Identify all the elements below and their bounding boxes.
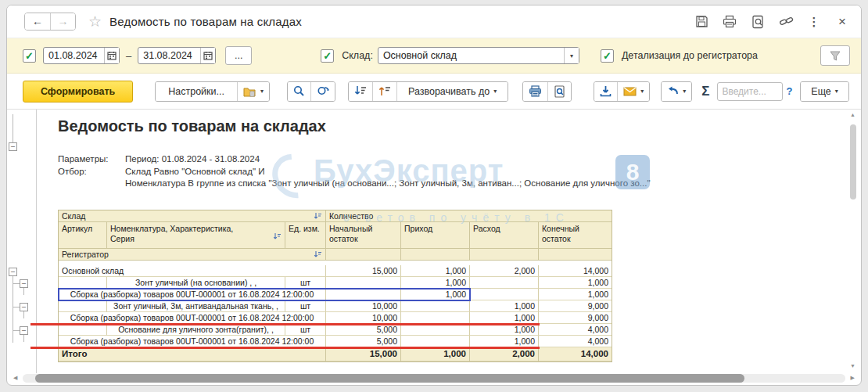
calendar-icon[interactable] xyxy=(200,48,215,63)
end-balance-cell[interactable]: 14,000 xyxy=(539,265,612,277)
start-balance-cell[interactable]: 5,000 xyxy=(326,324,401,336)
table-row[interactable]: Зонт уличный, 3м, антивандальная ткань, … xyxy=(59,300,612,312)
warehouse-combo[interactable]: Основной склад ▾ xyxy=(378,47,579,64)
period-checkbox[interactable]: ✓ xyxy=(23,49,36,63)
scroll-left-icon[interactable]: ◀ xyxy=(13,375,17,381)
nomenclature-cell[interactable]: Основание для уличного зонта(гранит), , xyxy=(107,324,285,336)
income-header-cell[interactable]: Приход xyxy=(401,222,470,249)
detail-checkbox[interactable]: ✓ xyxy=(601,49,614,63)
scroll-up-icon[interactable]: ▲ xyxy=(850,112,855,117)
print-icon[interactable] xyxy=(523,82,547,101)
end-balance-cell[interactable]: 9,000 xyxy=(539,300,612,312)
vertical-scrollbar[interactable]: ▲ ▼ xyxy=(848,112,859,369)
nomenclature-cell[interactable]: Зонт уличный, 3м, антивандальная ткань, … xyxy=(107,300,285,312)
label-cell[interactable]: Сборка (разборка) товаров 00UT-000001 от… xyxy=(59,336,326,347)
expense-cell[interactable] xyxy=(470,277,539,289)
favorites-star-icon[interactable]: ☆ xyxy=(88,13,102,31)
table-row[interactable]: Зонт уличный (на основании) , ,шт1,0001,… xyxy=(59,277,612,289)
start-balance-cell[interactable]: 15,000 xyxy=(326,265,401,277)
end-balance-cell[interactable]: 1,000 xyxy=(539,289,612,300)
horizontal-scroll-thumb[interactable] xyxy=(35,374,744,383)
print-icon[interactable] xyxy=(722,14,737,30)
table-row[interactable]: Основной склад15,0001,0002,00014,000 xyxy=(59,265,612,277)
expense-cell[interactable]: 1,000 xyxy=(470,312,539,324)
income-cell[interactable]: 1,000 xyxy=(401,289,470,300)
start-balance-cell[interactable]: 10,000 xyxy=(326,312,401,324)
horizontal-scroll-track[interactable] xyxy=(23,374,845,383)
end-balance-cell[interactable]: 4,000 xyxy=(539,324,612,336)
sort-icon[interactable] xyxy=(273,232,282,240)
warehouse-value[interactable]: Основной склад xyxy=(378,50,564,61)
back-button[interactable]: ← xyxy=(25,13,50,30)
label-cell[interactable]: Основной склад xyxy=(59,265,326,277)
expense-cell[interactable]: 2,000 xyxy=(470,265,539,277)
income-cell[interactable]: 1,000 xyxy=(401,265,470,277)
date-to-field[interactable]: 31.08.2024 xyxy=(138,47,216,64)
period-more-button[interactable]: ... xyxy=(225,46,252,65)
filter-funnel-button[interactable] xyxy=(820,45,850,66)
download-icon[interactable] xyxy=(594,82,617,101)
expense-cell[interactable]: 2,000 xyxy=(470,347,539,361)
settings-button[interactable]: Настройки... xyxy=(156,82,237,101)
date-from-value[interactable]: 01.08.2024 xyxy=(44,50,104,61)
income-cell[interactable] xyxy=(401,324,470,336)
unit-header-cell[interactable]: Ед. изм. xyxy=(285,222,326,249)
expand-to-button[interactable]: Разворачивать до▾ xyxy=(396,82,508,101)
start-balance-cell[interactable]: 15,000 xyxy=(326,347,401,361)
nomenclature-header-cell[interactable]: Номенклатура, Характеристика, Серия xyxy=(107,222,285,249)
income-cell[interactable]: 1,000 xyxy=(401,347,470,361)
expense-cell[interactable]: 1,000 xyxy=(470,336,539,347)
label-cell[interactable]: Сборка (разборка) товаров 00UT-000001 от… xyxy=(59,289,326,300)
article-cell[interactable] xyxy=(59,277,107,289)
sum-icon[interactable]: Σ xyxy=(701,84,709,99)
table-row[interactable]: Итого15,0001,0002,00014,000 xyxy=(59,347,612,361)
article-cell[interactable] xyxy=(59,324,107,336)
warehouse-checkbox[interactable]: ✓ xyxy=(321,49,334,63)
end-balance-cell[interactable]: 1,000 xyxy=(539,277,612,289)
income-cell[interactable]: 1,000 xyxy=(401,277,470,289)
start-balance-cell[interactable]: 5,000 xyxy=(326,336,401,347)
income-cell[interactable] xyxy=(401,300,470,312)
date-from-field[interactable]: 01.08.2024 xyxy=(43,47,120,64)
end-balance-cell[interactable]: 9,000 xyxy=(539,312,612,324)
table-row[interactable]: Сборка (разборка) товаров 00UT-000001 от… xyxy=(59,336,612,347)
collapse-item-group-icon[interactable]: – xyxy=(20,303,28,311)
scroll-right-icon[interactable]: ▶ xyxy=(851,375,855,381)
report-variants-button[interactable]: ▾ xyxy=(237,82,269,101)
warehouse-header-cell[interactable]: Склад xyxy=(59,210,326,222)
expense-cell[interactable]: 1,000 xyxy=(470,324,539,336)
label-cell[interactable]: Сборка (разборка) товаров 00UT-000001 от… xyxy=(59,312,326,324)
unit-cell[interactable]: шт xyxy=(285,300,326,312)
start-balance-cell[interactable]: 10,000 xyxy=(326,300,401,312)
table-row[interactable]: Сборка (разборка) товаров 00UT-000001 от… xyxy=(59,312,612,324)
quick-search-input[interactable] xyxy=(717,82,783,101)
registrar-header-cell[interactable]: Регистратор xyxy=(59,249,326,261)
income-cell[interactable] xyxy=(401,336,470,347)
scroll-down-icon[interactable]: ▼ xyxy=(850,363,855,369)
sort-icon[interactable] xyxy=(314,212,322,220)
collapse-item-group-icon[interactable]: – xyxy=(20,326,28,335)
expense-cell[interactable] xyxy=(470,289,539,300)
quantity-header-cell[interactable]: Количество xyxy=(326,210,612,222)
search-next-icon[interactable] xyxy=(310,82,335,101)
collapse-item-group-icon[interactable]: – xyxy=(20,279,28,288)
label-cell[interactable]: Итого xyxy=(59,347,326,361)
article-cell[interactable] xyxy=(59,300,107,312)
collapse-groups-icon[interactable] xyxy=(349,82,372,101)
search-icon[interactable] xyxy=(288,82,310,101)
more-menu-icon[interactable]: ⋮ xyxy=(806,14,822,30)
article-header-cell[interactable]: Артикул xyxy=(59,222,107,249)
forward-button[interactable]: → xyxy=(50,13,75,30)
preview-icon[interactable] xyxy=(750,14,766,30)
start-balance-cell[interactable] xyxy=(326,277,401,289)
horizontal-scrollbar[interactable]: ◀ ▶ xyxy=(12,373,856,384)
start-balance-cell[interactable] xyxy=(326,289,401,300)
expand-groups-icon[interactable] xyxy=(372,82,396,101)
calendar-icon[interactable] xyxy=(104,48,119,63)
generate-button[interactable]: Сформировать xyxy=(23,81,133,102)
chevron-down-icon[interactable]: ▾ xyxy=(564,48,579,63)
nomenclature-cell[interactable]: Зонт уличный (на основании) , , xyxy=(107,277,285,289)
link-icon[interactable] xyxy=(778,14,794,30)
unit-cell[interactable]: шт xyxy=(285,277,326,289)
save-icon[interactable] xyxy=(694,14,709,30)
